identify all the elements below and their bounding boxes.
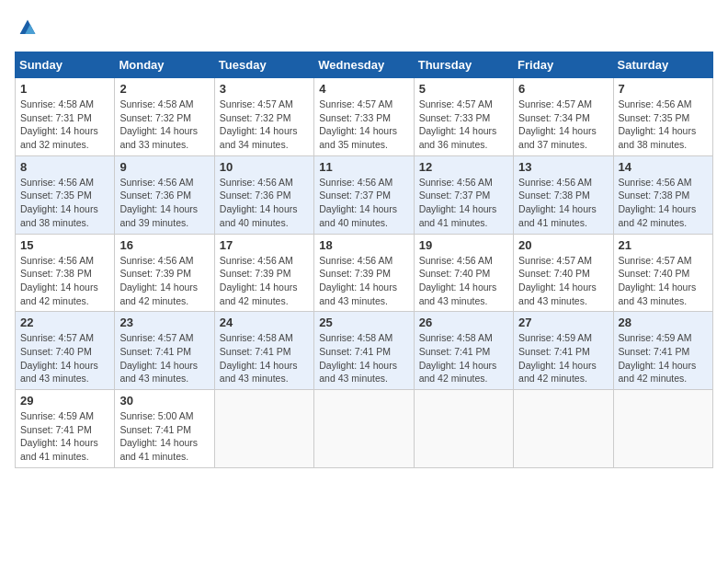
calendar-header-row: SundayMondayTuesdayWednesdayThursdayFrid… — [16, 52, 713, 78]
weekday-header-wednesday: Wednesday — [314, 52, 414, 78]
calendar-cell: 18 Sunrise: 4:56 AMSunset: 7:39 PMDaylig… — [314, 234, 414, 312]
calendar-cell: 17 Sunrise: 4:56 AMSunset: 7:39 PMDaylig… — [214, 234, 313, 312]
calendar-cell: 8 Sunrise: 4:56 AMSunset: 7:35 PMDayligh… — [16, 155, 115, 234]
calendar-cell: 13 Sunrise: 4:56 AMSunset: 7:38 PMDaylig… — [514, 155, 613, 234]
calendar-week-row: 15 Sunrise: 4:56 AMSunset: 7:38 PMDaylig… — [16, 234, 713, 312]
day-info: Sunrise: 4:58 AMSunset: 7:31 PMDaylight:… — [20, 98, 98, 150]
calendar-week-row: 8 Sunrise: 4:56 AMSunset: 7:35 PMDayligh… — [16, 155, 713, 234]
calendar-cell — [214, 390, 313, 468]
day-number: 23 — [119, 316, 209, 329]
day-info: Sunrise: 4:56 AMSunset: 7:39 PMDaylight:… — [119, 255, 198, 306]
day-number: 7 — [619, 82, 708, 96]
day-info: Sunrise: 4:56 AMSunset: 7:35 PMDaylight:… — [619, 98, 697, 150]
day-info: Sunrise: 4:57 AMSunset: 7:34 PMDaylight:… — [518, 98, 597, 150]
calendar-cell: 23 Sunrise: 4:57 AMSunset: 7:41 PMDaylig… — [115, 312, 214, 390]
day-info: Sunrise: 5:00 AMSunset: 7:41 PMDaylight:… — [119, 410, 198, 462]
calendar-cell — [514, 390, 613, 468]
calendar-cell: 19 Sunrise: 4:56 AMSunset: 7:40 PMDaylig… — [414, 234, 513, 312]
calendar-cell: 2 Sunrise: 4:58 AMSunset: 7:32 PMDayligh… — [115, 78, 214, 156]
day-info: Sunrise: 4:59 AMSunset: 7:41 PMDaylight:… — [20, 410, 98, 462]
logo — [15, 15, 44, 40]
calendar-cell: 29 Sunrise: 4:59 AMSunset: 7:41 PMDaylig… — [16, 390, 115, 468]
calendar-cell — [314, 390, 414, 468]
calendar-cell — [613, 390, 712, 468]
page-header — [15, 15, 713, 40]
day-info: Sunrise: 4:56 AMSunset: 7:35 PMDaylight:… — [20, 177, 98, 228]
weekday-header-friday: Friday — [514, 52, 613, 78]
day-number: 12 — [419, 160, 508, 174]
calendar-cell: 27 Sunrise: 4:59 AMSunset: 7:41 PMDaylig… — [514, 312, 613, 390]
day-number: 18 — [319, 238, 408, 252]
day-number: 10 — [220, 160, 309, 174]
day-info: Sunrise: 4:57 AMSunset: 7:33 PMDaylight:… — [419, 98, 497, 150]
day-number: 8 — [20, 160, 109, 174]
calendar-cell: 10 Sunrise: 4:56 AMSunset: 7:36 PMDaylig… — [214, 155, 313, 234]
calendar-cell: 15 Sunrise: 4:56 AMSunset: 7:38 PMDaylig… — [16, 234, 115, 312]
day-info: Sunrise: 4:58 AMSunset: 7:41 PMDaylight:… — [319, 332, 397, 384]
day-number: 26 — [419, 316, 508, 329]
day-info: Sunrise: 4:58 AMSunset: 7:41 PMDaylight:… — [419, 332, 497, 384]
day-number: 21 — [619, 238, 708, 252]
day-info: Sunrise: 4:56 AMSunset: 7:40 PMDaylight:… — [419, 255, 497, 306]
day-info: Sunrise: 4:57 AMSunset: 7:33 PMDaylight:… — [319, 98, 397, 150]
day-info: Sunrise: 4:56 AMSunset: 7:38 PMDaylight:… — [518, 177, 597, 228]
calendar-week-row: 22 Sunrise: 4:57 AMSunset: 7:40 PMDaylig… — [16, 312, 713, 390]
day-number: 27 — [518, 316, 608, 329]
calendar-cell: 16 Sunrise: 4:56 AMSunset: 7:39 PMDaylig… — [115, 234, 214, 312]
day-number: 13 — [518, 160, 608, 174]
day-number: 30 — [119, 394, 209, 408]
calendar-week-row: 1 Sunrise: 4:58 AMSunset: 7:31 PMDayligh… — [16, 78, 713, 156]
day-number: 28 — [619, 316, 708, 329]
calendar-cell: 9 Sunrise: 4:56 AMSunset: 7:36 PMDayligh… — [115, 155, 214, 234]
calendar-cell: 30 Sunrise: 5:00 AMSunset: 7:41 PMDaylig… — [115, 390, 214, 468]
day-info: Sunrise: 4:57 AMSunset: 7:32 PMDaylight:… — [220, 98, 298, 150]
day-number: 16 — [119, 238, 209, 252]
day-number: 17 — [220, 238, 309, 252]
calendar-cell — [414, 390, 513, 468]
day-number: 6 — [518, 82, 608, 96]
calendar-cell: 5 Sunrise: 4:57 AMSunset: 7:33 PMDayligh… — [414, 78, 513, 156]
day-info: Sunrise: 4:56 AMSunset: 7:37 PMDaylight:… — [319, 177, 397, 228]
weekday-header-monday: Monday — [115, 52, 214, 78]
day-number: 5 — [419, 82, 508, 96]
calendar-cell: 3 Sunrise: 4:57 AMSunset: 7:32 PMDayligh… — [214, 78, 313, 156]
calendar-cell: 11 Sunrise: 4:56 AMSunset: 7:37 PMDaylig… — [314, 155, 414, 234]
calendar-cell: 14 Sunrise: 4:56 AMSunset: 7:38 PMDaylig… — [613, 155, 712, 234]
day-info: Sunrise: 4:57 AMSunset: 7:40 PMDaylight:… — [619, 255, 697, 306]
day-info: Sunrise: 4:56 AMSunset: 7:37 PMDaylight:… — [419, 177, 497, 228]
day-info: Sunrise: 4:58 AMSunset: 7:41 PMDaylight:… — [220, 332, 298, 384]
day-number: 9 — [119, 160, 209, 174]
day-info: Sunrise: 4:59 AMSunset: 7:41 PMDaylight:… — [619, 332, 697, 384]
day-info: Sunrise: 4:56 AMSunset: 7:36 PMDaylight:… — [220, 177, 298, 228]
calendar-cell: 12 Sunrise: 4:56 AMSunset: 7:37 PMDaylig… — [414, 155, 513, 234]
day-number: 22 — [20, 316, 109, 329]
day-number: 3 — [220, 82, 309, 96]
day-number: 2 — [119, 82, 209, 96]
day-number: 19 — [419, 238, 508, 252]
calendar-cell: 22 Sunrise: 4:57 AMSunset: 7:40 PMDaylig… — [16, 312, 115, 390]
day-number: 29 — [20, 394, 109, 408]
calendar-cell: 25 Sunrise: 4:58 AMSunset: 7:41 PMDaylig… — [314, 312, 414, 390]
day-number: 14 — [619, 160, 708, 174]
day-number: 24 — [220, 316, 309, 329]
calendar-cell: 26 Sunrise: 4:58 AMSunset: 7:41 PMDaylig… — [414, 312, 513, 390]
calendar-cell: 4 Sunrise: 4:57 AMSunset: 7:33 PMDayligh… — [314, 78, 414, 156]
day-info: Sunrise: 4:56 AMSunset: 7:38 PMDaylight:… — [619, 177, 697, 228]
day-info: Sunrise: 4:56 AMSunset: 7:39 PMDaylight:… — [220, 255, 298, 306]
day-number: 11 — [319, 160, 408, 174]
weekday-header-saturday: Saturday — [613, 52, 712, 78]
day-info: Sunrise: 4:56 AMSunset: 7:36 PMDaylight:… — [119, 177, 198, 228]
calendar-cell: 24 Sunrise: 4:58 AMSunset: 7:41 PMDaylig… — [214, 312, 313, 390]
day-info: Sunrise: 4:57 AMSunset: 7:40 PMDaylight:… — [518, 255, 597, 306]
weekday-header-sunday: Sunday — [16, 52, 115, 78]
day-info: Sunrise: 4:57 AMSunset: 7:41 PMDaylight:… — [119, 332, 198, 384]
day-number: 25 — [319, 316, 408, 329]
day-number: 15 — [20, 238, 109, 252]
calendar-cell: 6 Sunrise: 4:57 AMSunset: 7:34 PMDayligh… — [514, 78, 613, 156]
day-number: 20 — [518, 238, 608, 252]
day-info: Sunrise: 4:57 AMSunset: 7:40 PMDaylight:… — [20, 332, 98, 384]
day-number: 4 — [319, 82, 408, 96]
weekday-header-thursday: Thursday — [414, 52, 513, 78]
weekday-header-tuesday: Tuesday — [214, 52, 313, 78]
day-number: 1 — [20, 82, 109, 96]
